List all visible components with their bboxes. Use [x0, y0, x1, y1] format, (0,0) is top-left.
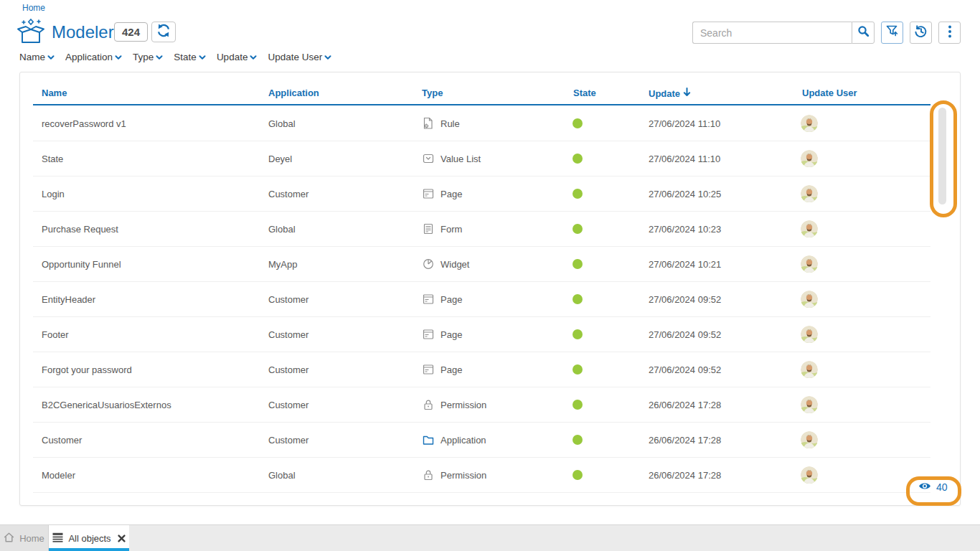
cell-application: Customer [268, 294, 308, 305]
tab-home[interactable]: Home [0, 525, 49, 551]
filter-application[interactable]: Application [65, 52, 122, 62]
cell-type-label: Permission [440, 470, 486, 481]
state-dot [573, 224, 583, 234]
cell-update: 27/06/2024 09:52 [649, 364, 721, 375]
avatar[interactable] [801, 255, 818, 273]
table-row[interactable]: recoverPassword v1 Global Rule 27/06/202… [33, 106, 930, 141]
widget-icon [422, 258, 434, 270]
column-header-type[interactable]: Type [422, 88, 443, 98]
chevron-down-icon [156, 55, 163, 60]
avatar[interactable] [801, 396, 818, 413]
cell-type-label: Form [440, 224, 462, 235]
history-button[interactable] [910, 22, 932, 44]
close-tab-icon[interactable] [118, 534, 126, 542]
cell-name: EntityHeader [42, 294, 95, 305]
avatar[interactable] [801, 220, 818, 237]
chevron-down-icon [47, 55, 55, 60]
cell-type-label: Rule [440, 118, 460, 129]
avatar[interactable] [801, 466, 818, 484]
search-button[interactable] [852, 22, 875, 44]
filter-update-user[interactable]: Update User [268, 52, 331, 62]
avatar[interactable] [801, 431, 818, 448]
cell-name: Forgot your password [42, 364, 132, 375]
table-row[interactable]: Modeler Global Permission 26/06/2024 17:… [33, 458, 930, 493]
column-header-application[interactable]: Application [268, 88, 319, 98]
state-dot [573, 189, 583, 199]
cell-type-label: Page [440, 364, 462, 375]
page-icon [422, 364, 434, 375]
rule-icon [422, 118, 434, 130]
advanced-filter-button[interactable] [881, 22, 903, 44]
state-dot [573, 329, 583, 339]
tab-all-objects[interactable]: All objects [49, 525, 129, 551]
chevron-down-icon [199, 55, 206, 60]
refresh-button[interactable] [151, 22, 176, 42]
kebab-menu-icon [948, 25, 952, 41]
tab-all-objects-label: All objects [68, 533, 110, 544]
cell-update: 27/06/2024 09:52 [649, 329, 721, 340]
cell-name: State [42, 154, 63, 164]
table-header-row: Name Application Type State Update Updat… [33, 83, 930, 105]
cell-type-label: Page [440, 189, 462, 199]
avatar[interactable] [801, 326, 818, 343]
objects-table-card: Name Application Type State Update Updat… [19, 72, 961, 506]
cell-name: Footer [42, 329, 69, 340]
history-icon [914, 25, 928, 41]
table-row[interactable]: State Deyel Value List 27/06/2024 11:10 [33, 141, 930, 176]
table-row[interactable]: Forgot your password Customer Page 27/06… [33, 352, 930, 387]
table-row[interactable]: Login Customer Page 27/06/2024 10:25 [33, 176, 930, 212]
column-header-update[interactable]: Update [649, 88, 691, 99]
avatar[interactable] [801, 150, 818, 167]
avatar[interactable] [801, 361, 818, 378]
cell-update: 26/06/2024 17:28 [649, 435, 721, 446]
cell-update: 27/06/2024 10:25 [649, 189, 721, 199]
cell-application: Customer [268, 329, 308, 340]
list-icon [52, 532, 63, 545]
cell-type-label: Widget [440, 259, 469, 270]
eye-icon [918, 481, 931, 493]
cell-application: Customer [268, 400, 308, 410]
cell-name: recoverPassword v1 [42, 118, 126, 129]
search-input[interactable] [692, 22, 852, 44]
column-header-state[interactable]: State [573, 88, 596, 98]
cell-type-label: Page [440, 294, 462, 305]
table-row[interactable]: EntityHeader Customer Page 27/06/2024 09… [33, 282, 930, 317]
cell-name: Login [42, 189, 65, 199]
home-icon [4, 532, 14, 545]
table-row[interactable]: Footer Customer Page 27/06/2024 09:52 [33, 317, 930, 352]
filter-update[interactable]: Update [217, 52, 258, 62]
filter-name[interactable]: Name [19, 52, 55, 62]
cell-name: Customer [42, 435, 82, 446]
cell-type-label: Application [440, 435, 486, 446]
vertical-scrollbar-thumb[interactable] [938, 108, 946, 204]
table-row[interactable]: Purchase Request Global Form 27/06/2024 … [33, 212, 930, 247]
visible-count-control[interactable]: 40 [918, 481, 948, 493]
more-options-button[interactable] [938, 22, 961, 44]
state-dot [573, 154, 583, 164]
home-breadcrumb-link[interactable]: Home [22, 3, 45, 13]
cell-application: Customer [268, 435, 308, 446]
column-header-update-user[interactable]: Update User [802, 88, 857, 98]
page-icon [422, 189, 434, 199]
form-icon [422, 223, 434, 235]
cell-update: 27/06/2024 10:23 [649, 224, 721, 235]
cell-update: 27/06/2024 09:52 [649, 294, 721, 305]
cell-application: Customer [268, 364, 308, 375]
filter-type[interactable]: Type [133, 52, 163, 62]
cell-update: 27/06/2024 11:10 [649, 118, 720, 129]
column-header-name[interactable]: Name [42, 88, 67, 98]
chevron-down-icon [324, 55, 331, 60]
table-row[interactable]: B2CGenericaUsuariosExternos Customer Per… [33, 387, 930, 423]
table-row[interactable]: Opportunity Funnel MyApp Widget 27/06/20… [33, 247, 930, 282]
table-row[interactable]: Customer Customer Application 26/06/2024… [33, 423, 930, 458]
cell-application: MyApp [268, 259, 297, 270]
avatar[interactable] [801, 115, 818, 132]
filter-state[interactable]: State [174, 52, 206, 62]
avatar[interactable] [801, 291, 818, 308]
cell-type-label: Permission [440, 400, 486, 410]
table-body: recoverPassword v1 Global Rule 27/06/202… [33, 106, 930, 493]
avatar[interactable] [801, 185, 818, 202]
refresh-icon [156, 24, 171, 40]
state-dot [573, 470, 583, 480]
page-icon [422, 329, 434, 340]
